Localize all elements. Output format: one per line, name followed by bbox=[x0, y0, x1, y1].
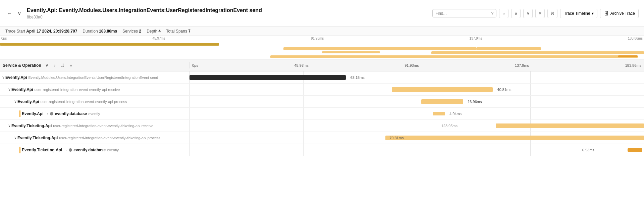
duration-label: Duration bbox=[83, 29, 98, 34]
trace-id: 8be33a0 bbox=[27, 15, 432, 19]
span-row-timeline-span-7: 6.53ms bbox=[190, 144, 644, 156]
db-service-name: evently.database bbox=[73, 148, 106, 152]
toggle-button[interactable]: ∨ bbox=[7, 123, 11, 128]
header-tick-4: 183.86ms bbox=[625, 63, 641, 67]
services-label: Services bbox=[122, 29, 138, 34]
collapse-all-button[interactable]: ⇊ bbox=[59, 62, 66, 68]
db-dot-icon bbox=[69, 148, 72, 152]
cmd-icon-button[interactable]: ⌘ bbox=[547, 9, 557, 18]
collapse-down-button[interactable]: ∨ bbox=[44, 62, 50, 68]
span-row-left-span-3: ∨Evently.Apiuser-registered-integration-… bbox=[0, 96, 190, 107]
trace-info-bar: Trace Start April 17 2024, 20:39:28.707 … bbox=[0, 27, 644, 36]
service-name: Evently.Api bbox=[22, 111, 43, 116]
operation-label: user-registered-integration-event-eventl… bbox=[53, 124, 153, 128]
table-row[interactable]: ∨Evently.Ticketing.Apiuser-registered-in… bbox=[0, 120, 644, 132]
timeline-bar bbox=[628, 148, 642, 152]
service-name: Evently.Api bbox=[5, 75, 27, 80]
span-row-timeline-span-3: 16.96ms bbox=[190, 96, 644, 107]
span-rows: ∨Evently.ApiEvently.Modules.Users.Integr… bbox=[0, 71, 644, 156]
toggle-button[interactable]: ∨ bbox=[13, 99, 17, 104]
operation-label: user-registered-integration-event-eventl… bbox=[40, 100, 127, 104]
table-row[interactable]: Evently.Ticketing.Api → evently.database… bbox=[0, 144, 644, 156]
total-spans-value: 7 bbox=[188, 29, 191, 34]
header-nav: ← ∨ bbox=[5, 9, 23, 18]
db-dot-icon bbox=[50, 112, 53, 115]
span-header-right: 0μs 45.97ms 91.93ms 137.9ms 183.86ms bbox=[190, 63, 644, 67]
search-input[interactable] bbox=[435, 11, 489, 16]
trace-start-label: Trace Start bbox=[5, 29, 25, 34]
toggle-button[interactable]: ∨ bbox=[13, 136, 17, 140]
archive-label: Archive Trace bbox=[610, 11, 635, 16]
operation-label: Evently.Modules.Users.IntegrationEvents:… bbox=[28, 76, 158, 80]
duration-label: 4.94ms bbox=[449, 112, 462, 116]
table-row[interactable]: ∨Evently.Ticketing.Apiuser-registered-in… bbox=[0, 132, 644, 144]
span-row-left-span-2: ∨Evently.Apiuser-registered-integration-… bbox=[0, 84, 190, 95]
span-row-timeline-span-4: 4.94ms bbox=[190, 108, 644, 119]
ruler-tick-4: 183.86ms bbox=[627, 37, 644, 41]
duration-info: Duration 183.86ms bbox=[83, 29, 117, 34]
ruler-tick-1: 45.97ms bbox=[151, 37, 166, 41]
span-row-timeline-span-1: 63.15ms bbox=[190, 71, 644, 83]
trace-timeline-label: Trace Timeline bbox=[564, 11, 590, 16]
timeline-bar bbox=[190, 75, 346, 80]
span-row-left-span-1: ∨Evently.ApiEvently.Modules.Users.Integr… bbox=[0, 71, 190, 83]
expand-right-button[interactable]: › bbox=[53, 62, 57, 68]
arrow-icon: → bbox=[63, 148, 67, 152]
expand-all-button[interactable]: » bbox=[68, 62, 73, 68]
db-indicator bbox=[19, 147, 20, 153]
service-name: Evently.Ticketing.Api bbox=[22, 148, 62, 152]
duration-value: 183.86ms bbox=[99, 29, 117, 34]
collapse-button[interactable]: ∨ bbox=[16, 9, 23, 18]
span-row-left-span-7: Evently.Ticketing.Api → evently.database… bbox=[0, 144, 190, 156]
service-name: Evently.Ticketing.Api bbox=[11, 123, 52, 128]
trace-timeline-button[interactable]: Trace Timeline ▾ bbox=[560, 9, 597, 18]
table-row[interactable]: ∨Evently.ApiEvently.Modules.Users.Integr… bbox=[0, 71, 644, 84]
service-name: Evently.Api bbox=[17, 99, 39, 104]
timeline-bar bbox=[433, 112, 445, 115]
toggle-button[interactable]: ∨ bbox=[7, 87, 11, 92]
timeline-bar bbox=[421, 99, 463, 104]
archive-trace-button[interactable]: 🗄 Archive Trace bbox=[600, 9, 639, 18]
toggle-button[interactable]: ∨ bbox=[1, 75, 5, 80]
search-box[interactable]: ? bbox=[432, 9, 496, 17]
duration-pre-label: 123.95ms bbox=[441, 124, 458, 128]
span-row-timeline-span-2: 40.81ms bbox=[190, 84, 644, 95]
span-row-timeline-span-6: 79.31ms bbox=[190, 132, 644, 144]
depth-value: 4 bbox=[159, 29, 161, 34]
span-row-left-span-5: ∨Evently.Ticketing.Apiuser-registered-in… bbox=[0, 120, 190, 132]
header-tick-1: 45.97ms bbox=[294, 63, 308, 67]
db-service-name: evently.database bbox=[55, 111, 87, 116]
duration-label: 79.31ms bbox=[389, 136, 404, 140]
operation-label: user-registered-integration-event-eventl… bbox=[59, 136, 160, 140]
table-row[interactable]: Evently.Api → evently.database evently4.… bbox=[0, 108, 644, 120]
down-icon-button[interactable]: ∨ bbox=[523, 9, 533, 18]
span-row-left-span-6: ∨Evently.Ticketing.Apiuser-registered-in… bbox=[0, 132, 190, 144]
table-row[interactable]: ∨Evently.Apiuser-registered-integration-… bbox=[0, 84, 644, 96]
header-tick-3: 137.9ms bbox=[515, 63, 529, 67]
close-icon-button[interactable]: ✕ bbox=[535, 9, 545, 18]
archive-icon: 🗄 bbox=[604, 11, 608, 16]
span-row-left-span-4: Evently.Api → evently.database evently bbox=[0, 108, 190, 119]
minimap-ruler: 0μs 45.97ms 91.93ms 137.9ms 183.86ms bbox=[0, 36, 644, 41]
arrow-icon: → bbox=[45, 111, 49, 116]
table-row[interactable]: ∨Evently.Apiuser-registered-integration-… bbox=[0, 96, 644, 108]
question-icon: ? bbox=[491, 11, 493, 16]
back-button[interactable]: ← bbox=[5, 9, 13, 18]
services-value: 2 bbox=[139, 29, 141, 34]
db-indicator bbox=[19, 110, 20, 117]
minimap-tracks bbox=[0, 41, 644, 59]
operation-label: evently bbox=[88, 112, 100, 116]
up-icon-button[interactable]: ∧ bbox=[511, 9, 521, 18]
trace-start-info: Trace Start April 17 2024, 20:39:28.707 bbox=[5, 29, 77, 34]
duration-label: 63.15ms bbox=[351, 76, 365, 80]
header: ← ∨ Evently.Api: Evently.Modules.Users.I… bbox=[0, 0, 644, 27]
header-title: Evently.Api: Evently.Modules.Users.Integ… bbox=[27, 7, 432, 19]
depth-info: Depth 4 bbox=[147, 29, 161, 34]
ruler-tick-3: 137.9ms bbox=[468, 37, 484, 41]
duration-label: 6.53ms bbox=[582, 148, 594, 152]
trace-start-value: April 17 2024, 20:39:28.707 bbox=[26, 29, 77, 34]
circle-icon-button[interactable]: ○ bbox=[499, 9, 508, 18]
service-name: Evently.Api bbox=[11, 87, 33, 92]
trace-timeline-chevron: ▾ bbox=[592, 11, 594, 16]
header-tick-0: 0μs bbox=[192, 63, 198, 67]
